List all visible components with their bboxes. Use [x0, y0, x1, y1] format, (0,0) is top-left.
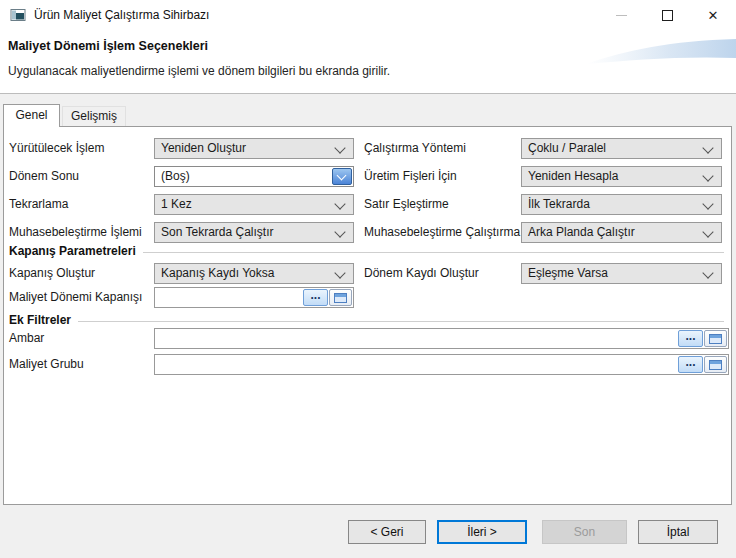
page-title: Maliyet Dönemi İşlem Seçenekleri [8, 39, 208, 53]
donem-sonu-dropdown[interactable]: (Boş) [154, 166, 354, 187]
section-title: Ek Filtreler [9, 313, 71, 327]
section-divider [78, 321, 724, 322]
tekrarlama-dropdown[interactable]: 1 Kez [154, 194, 354, 215]
kapanis-olustur-value: Kapanış Kaydı Yoksa [161, 266, 274, 280]
maliyet-donemi-kapanisi-lookup-button[interactable]: ... [303, 289, 328, 306]
cancel-button[interactable]: İptal [638, 520, 718, 544]
section-ek-filtreler: Ek Filtreler [9, 313, 724, 327]
minimize-icon [616, 15, 627, 16]
ambar-label: Ambar [9, 331, 44, 345]
ambar-lookup-button[interactable]: ... [678, 330, 703, 347]
maliyet-grubu-lookup-button[interactable]: ... [678, 356, 703, 373]
tab-genel[interactable]: Genel [3, 104, 60, 127]
ambar-input[interactable] [155, 329, 678, 348]
detail-window-icon [709, 334, 722, 344]
chevron-down-icon [334, 226, 345, 237]
tab-page-genel: Yürütülecek İşlem Yeniden Oluştur Çalışt… [3, 126, 732, 505]
page-subtitle: Uygulanacak maliyetlendirme işlemi ve dö… [8, 64, 390, 78]
maliyet-donemi-kapanisi-field: ... [154, 287, 354, 308]
maliyet-grubu-label: Maliyet Grubu [9, 357, 84, 371]
muhasebelestirme-calistirma-label: Muhasebeleştirme Çalıştırma [364, 225, 520, 239]
maliyet-donemi-kapanisi-detail-button[interactable] [329, 289, 352, 306]
uretim-fisleri-icin-label: Üretim Fişleri İçin [364, 169, 457, 183]
next-button[interactable]: İleri > [437, 520, 527, 544]
kapanis-olustur-dropdown[interactable]: Kapanış Kaydı Yoksa [154, 263, 354, 284]
chevron-down-icon [337, 171, 347, 181]
chevron-down-icon [334, 267, 345, 278]
donem-sonu-label: Dönem Sonu [9, 169, 79, 183]
wizard-header: Maliyet Dönemi İşlem Seçenekleri Uygulan… [0, 30, 736, 94]
donem-sonu-value: (Boş) [161, 169, 190, 183]
close-button[interactable]: ✕ [690, 0, 736, 30]
muhasebelestirme-islemi-dropdown[interactable]: Son Tekrarda Çalıştır [154, 222, 354, 243]
close-icon: ✕ [708, 8, 719, 23]
muhasebelestirme-islemi-label: Muhasebeleştirme İşlemi [9, 225, 142, 239]
chevron-down-icon [334, 198, 345, 209]
app-icon [10, 7, 26, 23]
uretim-fisleri-icin-dropdown[interactable]: Yeniden Hesapla [521, 166, 722, 187]
satir-eslestirme-dropdown[interactable]: İlk Tekrarda [521, 194, 722, 215]
muhasebelestirme-islemi-value: Son Tekrarda Çalıştır [161, 225, 274, 239]
chevron-down-icon [702, 142, 713, 153]
muhasebelestirme-calistirma-value: Arka Planda Çalıştır [528, 225, 635, 239]
maliyet-donemi-kapanisi-label: Maliyet Dönemi Kapanışı [9, 290, 142, 304]
donem-kaydi-olustur-label: Dönem Kaydı Oluştur [364, 266, 479, 280]
tab-gelismis[interactable]: Gelişmiş [62, 106, 126, 127]
tekrarlama-label: Tekrarlama [9, 197, 68, 211]
ambar-field: ... [154, 328, 729, 349]
detail-window-icon [709, 360, 722, 370]
muhasebelestirme-calistirma-dropdown[interactable]: Arka Planda Çalıştır [521, 222, 722, 243]
finish-button[interactable]: Son [542, 520, 627, 544]
maliyet-grubu-detail-button[interactable] [704, 356, 727, 373]
uretim-fisleri-icin-value: Yeniden Hesapla [528, 169, 618, 183]
detail-window-icon [334, 293, 347, 303]
maliyet-grubu-input[interactable] [155, 355, 678, 374]
chevron-down-icon [702, 226, 713, 237]
chevron-down-icon [702, 170, 713, 181]
calistirma-yontemi-dropdown[interactable]: Çoklu / Paralel [521, 138, 722, 159]
satir-eslestirme-value: İlk Tekrarda [528, 197, 590, 211]
header-swoosh-decoration [586, 33, 736, 81]
maximize-button[interactable] [644, 0, 690, 30]
yurutulecek-islem-value: Yeniden Oluştur [161, 141, 246, 155]
chevron-down-icon [334, 142, 345, 153]
calistirma-yontemi-value: Çoklu / Paralel [528, 141, 606, 155]
minimize-button[interactable] [598, 0, 644, 30]
donem-kaydi-olustur-dropdown[interactable]: Eşleşme Varsa [521, 263, 722, 284]
yurutulecek-islem-label: Yürütülecek İşlem [9, 141, 104, 155]
satir-eslestirme-label: Satır Eşleştirme [364, 197, 449, 211]
chevron-down-icon [702, 267, 713, 278]
section-kapanis-parametreleri: Kapanış Parametreleri [9, 244, 724, 258]
ambar-detail-button[interactable] [704, 330, 727, 347]
dropdown-arrow-button[interactable] [332, 168, 352, 185]
calistirma-yontemi-label: Çalıştırma Yöntemi [364, 141, 466, 155]
section-divider [143, 252, 724, 253]
maliyet-donemi-kapanisi-input[interactable] [155, 288, 303, 307]
back-button[interactable]: < Geri [348, 520, 426, 544]
chevron-down-icon [702, 198, 713, 209]
kapanis-olustur-label: Kapanış Oluştur [9, 266, 95, 280]
title-bar: Ürün Maliyet Çalıştırma Sihirbazı ✕ [0, 0, 736, 30]
tekrarlama-value: 1 Kez [161, 197, 192, 211]
donem-kaydi-olustur-value: Eşleşme Varsa [528, 266, 608, 280]
yurutulecek-islem-dropdown[interactable]: Yeniden Oluştur [154, 138, 354, 159]
wizard-dialog: Ürün Maliyet Çalıştırma Sihirbazı ✕ Mali… [0, 0, 736, 558]
maximize-icon [662, 10, 673, 21]
window-title: Ürün Maliyet Çalıştırma Sihirbazı [34, 8, 209, 22]
maliyet-grubu-field: ... [154, 354, 729, 375]
section-title: Kapanış Parametreleri [9, 244, 136, 258]
